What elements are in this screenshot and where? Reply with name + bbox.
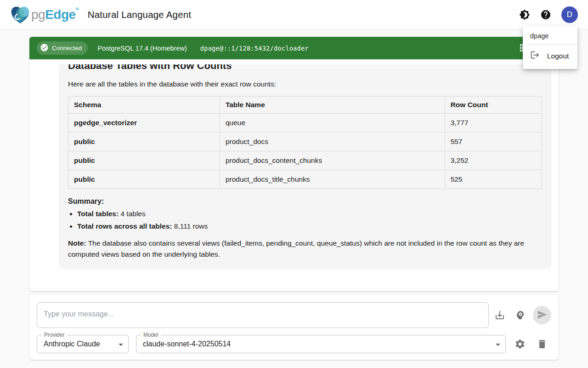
avatar-letter: D — [567, 10, 572, 19]
table-row: public product_docs_title_chunks 525 — [68, 170, 542, 189]
table-name-cell: queue — [220, 114, 445, 132]
send-button[interactable] — [533, 306, 551, 324]
table-name-cell: product_docs_content_chunks — [220, 151, 445, 170]
provider-select-label: Provider — [42, 332, 67, 338]
row-count-cell: 3,777 — [445, 114, 542, 132]
logout-icon — [530, 50, 540, 62]
table-row: public product_docs_content_chunks 3,252 — [68, 151, 542, 170]
table-name-cell: product_docs — [220, 132, 445, 151]
chat-panel: Connected PostgreSQL 17.4 (Homebrew) dpa… — [29, 37, 559, 291]
connection-statusbar: Connected PostgreSQL 17.4 (Homebrew) dpa… — [29, 37, 559, 59]
connection-string: dpage@::1/128:5432/docloader — [200, 45, 309, 52]
psychology-icon — [514, 310, 526, 321]
row-counts-table: Schema Table Name Row Count pgedge_vecto… — [68, 96, 542, 189]
table-header-row: Schema Table Name Row Count — [68, 97, 542, 114]
app-header: pgEdge® Natural Language Agent D — [0, 0, 588, 29]
model-select-value: claude-sonnet-4-20250514 — [143, 340, 231, 348]
model-select[interactable]: Model claude-sonnet-4-20250514 — [136, 335, 506, 353]
message-note: Note: The database also contains several… — [68, 238, 542, 260]
composer-panel: Provider Anthropic Claude Model claude-s… — [29, 295, 559, 360]
summary-list: Total tables: 4 tables Total rows across… — [77, 210, 542, 230]
message-intro: Here are all the tables in the database … — [68, 80, 542, 88]
send-icon — [537, 310, 547, 321]
list-item: Total rows across all tables: 8,111 rows — [77, 222, 542, 230]
help-icon — [540, 9, 551, 20]
schema-column-header: Schema — [68, 97, 220, 114]
table-name-column-header: Table Name — [220, 97, 445, 114]
server-version-label: PostgreSQL 17.4 (Homebrew) — [97, 45, 187, 52]
row-count-column-header: Row Count — [445, 97, 542, 114]
row-count-cell: 557 — [445, 132, 542, 151]
avatar[interactable]: D — [561, 6, 578, 23]
summary-title: Summary: — [68, 197, 542, 206]
connection-status-badge: Connected — [37, 41, 88, 55]
schema-cell: public — [68, 170, 220, 189]
trash-icon — [537, 339, 548, 350]
schema-cell: public — [68, 151, 220, 170]
logout-label: Logout — [547, 52, 569, 60]
clear-chat-button[interactable] — [533, 335, 551, 353]
download-icon — [494, 310, 505, 321]
row-count-cell: 3,252 — [445, 151, 542, 170]
table-row: public product_docs 557 — [68, 132, 542, 151]
chevron-down-icon — [492, 339, 503, 352]
help-button[interactable] — [537, 6, 555, 24]
settings-button[interactable] — [511, 335, 529, 353]
page-title: Natural Language Agent — [88, 9, 192, 20]
schema-cell: pgedge_vectorizer — [68, 114, 220, 132]
schema-cell: public — [68, 132, 220, 151]
pgedge-logo: pgEdge® — [10, 5, 79, 25]
assistant-message: Database Tables with Row Counts Here are… — [59, 64, 551, 269]
gear-icon — [514, 339, 526, 350]
ai-thinking-button[interactable] — [511, 306, 529, 324]
provider-select[interactable]: Provider Anthropic Claude — [37, 335, 129, 353]
chevron-down-icon — [115, 339, 126, 352]
account-menu: dpage Logout — [523, 26, 577, 69]
row-count-cell: 525 — [445, 170, 542, 189]
message-heading: Database Tables with Row Counts — [68, 64, 542, 72]
check-circle-icon — [40, 43, 49, 53]
table-row: pgedge_vectorizer queue 3,777 — [68, 114, 542, 132]
brightness-toggle-icon — [519, 9, 530, 20]
provider-select-value: Anthropic Claude — [44, 340, 100, 348]
model-select-label: Model — [141, 332, 161, 338]
account-menu-username: dpage — [523, 30, 577, 45]
message-input[interactable] — [37, 302, 489, 328]
logout-menu-item[interactable]: Logout — [523, 45, 577, 66]
download-button[interactable] — [491, 306, 509, 324]
chat-scroll-area[interactable]: Database Tables with Row Counts Here are… — [29, 64, 559, 291]
theme-toggle-button[interactable] — [515, 6, 534, 24]
connection-status-label: Connected — [52, 45, 82, 52]
list-item: Total tables: 4 tables — [77, 210, 542, 218]
pgedge-wordmark: pgEdge® — [31, 7, 79, 22]
pgedge-logo-icon — [10, 5, 30, 25]
table-name-cell: product_docs_title_chunks — [220, 170, 445, 189]
